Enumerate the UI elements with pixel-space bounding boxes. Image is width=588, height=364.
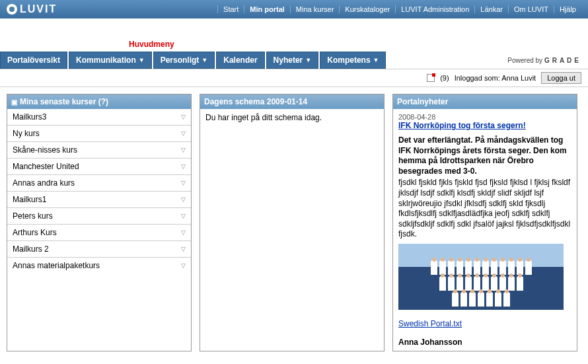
- chevron-down-icon: ▽: [181, 130, 186, 137]
- news-panel-header: Portalnyheter: [393, 94, 577, 109]
- topnav-luvit-administration[interactable]: LUVIT Administration: [395, 5, 474, 13]
- logo: LUVIT: [7, 3, 57, 15]
- course-row[interactable]: Mailkurs1▽: [7, 192, 191, 208]
- chevron-down-icon: ▽: [181, 114, 186, 120]
- logout-button[interactable]: Logga ut: [541, 72, 581, 84]
- chevron-down-icon: ▽: [181, 213, 186, 219]
- chevron-down-icon: ▽: [181, 147, 186, 153]
- top-nav: StartMin portalMina kurserKurskatalogerL…: [217, 5, 581, 13]
- chevron-down-icon: ▼: [373, 57, 379, 63]
- course-row[interactable]: Ny kurs▽: [7, 126, 191, 142]
- chevron-down-icon: ▽: [181, 163, 186, 170]
- schedule-panel-header: Dagens schema 2009-01-14: [200, 94, 384, 109]
- course-label: Mailkurs 2: [13, 244, 49, 254]
- course-label: Manchester United: [13, 162, 79, 171]
- course-row[interactable]: Annas materialpaketkurs▽: [7, 258, 191, 273]
- course-label: Arthurs Kurs: [13, 228, 57, 237]
- schedule-panel-title: Dagens schema 2009-01-14: [204, 97, 307, 106]
- news-panel-title: Portalnyheter: [397, 97, 448, 106]
- notification-count: (9): [440, 74, 449, 82]
- course-label: Mailkurs1: [13, 195, 46, 204]
- courses-panel-header: ▣ Mina senaste kurser (?): [7, 94, 191, 109]
- news-panel: Portalnyheter 2008-04-28 IFK Norrköping …: [392, 94, 577, 351]
- course-label: Annas materialpaketkurs: [13, 261, 100, 270]
- chevron-down-icon: ▽: [181, 229, 186, 236]
- chevron-down-icon: ▽: [181, 246, 186, 252]
- logged-in-label: Inloggad som: Anna Luvit: [455, 74, 536, 82]
- news-date: 2008-04-28: [398, 113, 571, 121]
- chevron-down-icon: ▼: [305, 57, 311, 63]
- course-row[interactable]: Mailkurs3▽: [7, 109, 191, 126]
- course-row[interactable]: Skåne-nisses kurs▽: [7, 142, 191, 159]
- course-label: Skåne-nisses kurs: [13, 145, 77, 155]
- huvudmeny-label: Huvudmeny: [129, 40, 174, 49]
- course-row[interactable]: Mailkurs 2▽: [7, 241, 191, 258]
- chevron-down-icon: ▽: [181, 262, 186, 269]
- news-attachment-link[interactable]: Swedish Portal.txt: [398, 319, 571, 328]
- schedule-panel: Dagens schema 2009-01-14 Du har inget på…: [200, 94, 385, 351]
- course-label: Annas andra kurs: [13, 178, 75, 188]
- chevron-down-icon: ▼: [139, 57, 145, 63]
- news-author: Anna Johansson: [398, 338, 571, 347]
- course-row[interactable]: Annas andra kurs▽: [7, 175, 191, 192]
- powered-by: Powered by GRADE: [507, 57, 581, 64]
- news-headline-link[interactable]: IFK Norrköping tog första segern!: [398, 121, 571, 130]
- course-row[interactable]: Arthurs Kurs▽: [7, 225, 191, 241]
- menu-kommunikation[interactable]: Kommunikation▼: [69, 52, 152, 69]
- topnav-kurskataloger[interactable]: Kurskataloger: [339, 5, 395, 13]
- menu-kalender[interactable]: Kalender: [216, 52, 264, 69]
- topnav-start[interactable]: Start: [217, 5, 244, 13]
- topnav-mina-kurser[interactable]: Mina kurser: [290, 5, 339, 13]
- notification-icon[interactable]: [427, 74, 435, 82]
- menu-nyheter[interactable]: Nyheter▼: [266, 52, 319, 69]
- logo-icon: [7, 4, 17, 15]
- course-label: Peters kurs: [13, 211, 53, 221]
- chevron-down-icon: ▽: [181, 196, 186, 203]
- expand-icon[interactable]: ▣: [11, 98, 17, 106]
- logo-text: LUVIT: [20, 3, 57, 15]
- courses-panel: ▣ Mina senaste kurser (?) Mailkurs3▽Ny k…: [7, 94, 192, 351]
- course-row[interactable]: Manchester United▽: [7, 159, 191, 175]
- schedule-body: Du har inget på ditt schema idag.: [200, 109, 384, 126]
- main-menu: PortalöversiktKommunikation▼Personligt▼K…: [0, 52, 387, 69]
- news-body: fjsdkl fjskld fjkls fjskld fjsd fjksld f…: [398, 178, 571, 240]
- topnav-om-luvit[interactable]: Om LUVIT: [508, 5, 554, 13]
- chevron-down-icon: ▼: [202, 57, 207, 63]
- menu-personligt[interactable]: Personligt▼: [153, 52, 215, 69]
- menu-kompetens[interactable]: Kompetens▼: [320, 52, 386, 69]
- news-lead: Det var efterlängtat. På måndagskvällen …: [398, 135, 571, 176]
- course-row[interactable]: Peters kurs▽: [7, 208, 191, 225]
- topnav-länkar[interactable]: Länkar: [474, 5, 508, 13]
- courses-panel-title: Mina senaste kurser (?): [20, 97, 108, 106]
- menu-portalöversikt[interactable]: Portalöversikt: [0, 52, 67, 69]
- chevron-down-icon: ▽: [181, 180, 186, 186]
- news-image: [398, 244, 564, 310]
- topnav-hjälp[interactable]: Hjälp: [554, 5, 581, 13]
- topnav-min-portal[interactable]: Min portal: [244, 5, 290, 13]
- course-label: Ny kurs: [13, 129, 40, 138]
- course-label: Mailkurs3: [13, 112, 46, 122]
